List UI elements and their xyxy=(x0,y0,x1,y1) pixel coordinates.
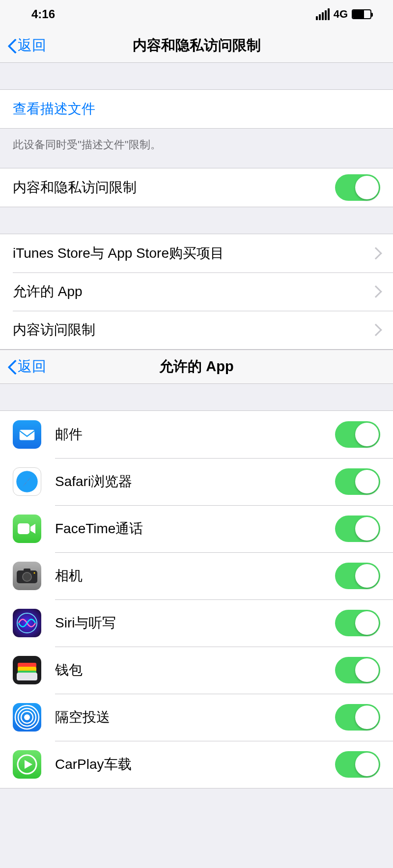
carplay-icon xyxy=(13,750,41,779)
profile-group: 查看描述文件 xyxy=(0,89,393,129)
app-row-facetime: FaceTime通话 xyxy=(0,505,393,552)
app-toggle-wallet[interactable] xyxy=(335,657,380,683)
battery-icon xyxy=(352,9,371,19)
svg-rect-0 xyxy=(20,430,34,440)
content-restrict-label: 内容访问限制 xyxy=(13,321,371,339)
app-label-wallet: 钱包 xyxy=(55,661,335,679)
page-title: 允许的 App xyxy=(0,357,393,377)
app-toggle-mail[interactable] xyxy=(335,421,380,448)
app-row-camera: 相机 xyxy=(0,552,393,599)
app-row-carplay: CarPlay车载 xyxy=(0,741,393,788)
chevron-right-icon xyxy=(369,324,382,336)
app-toggle-facetime[interactable] xyxy=(335,515,380,542)
back-button[interactable]: 返回 xyxy=(0,36,46,55)
nav-bar-allowed-apps: 返回 允许的 App xyxy=(0,350,393,384)
app-label-mail: 邮件 xyxy=(55,425,335,444)
facetime-icon xyxy=(13,515,41,543)
view-profile-label: 查看描述文件 xyxy=(13,100,95,118)
svg-rect-6 xyxy=(18,523,29,534)
status-time: 4:16 xyxy=(31,7,55,21)
content-privacy-toggle-label: 内容和隐私访问限制 xyxy=(13,178,335,197)
chevron-right-icon xyxy=(369,247,382,259)
allowed-apps-label: 允许的 App xyxy=(13,282,371,301)
siri-icon xyxy=(13,609,41,637)
app-toggle-carplay[interactable] xyxy=(335,751,380,778)
svg-rect-9 xyxy=(24,569,30,571)
content-privacy-toggle[interactable] xyxy=(335,174,380,201)
app-toggle-siri[interactable] xyxy=(335,610,380,636)
svg-rect-16 xyxy=(17,673,37,680)
app-label-facetime: FaceTime通话 xyxy=(55,519,335,538)
app-row-airdrop: 隔空投送 xyxy=(0,694,393,741)
page-title: 内容和隐私访问限制 xyxy=(0,36,393,55)
wallet-icon xyxy=(13,656,41,684)
section-spacer xyxy=(0,207,393,234)
status-bar: 4:16 4G xyxy=(0,0,393,28)
app-label-camera: 相机 xyxy=(55,567,335,585)
app-label-airdrop: 隔空投送 xyxy=(55,708,335,727)
content-privacy-toggle-row: 内容和隐私访问限制 xyxy=(0,168,393,207)
svg-marker-22 xyxy=(25,760,32,769)
chevron-left-icon xyxy=(7,359,17,375)
signal-icon xyxy=(316,8,330,20)
section-spacer xyxy=(0,384,393,410)
app-row-mail: 邮件 xyxy=(0,411,393,458)
airdrop-icon xyxy=(13,703,41,732)
mail-icon xyxy=(13,420,41,449)
svg-point-8 xyxy=(23,572,31,581)
nav-bar-content-privacy: 返回 内容和隐私访问限制 xyxy=(0,28,393,63)
app-row-siri: Siri与听写 xyxy=(0,599,393,647)
allowed-apps-row[interactable]: 允许的 App xyxy=(0,272,393,311)
itunes-purchases-label: iTunes Store与 App Store购买项目 xyxy=(13,244,371,263)
view-profile-row[interactable]: 查看描述文件 xyxy=(0,90,393,128)
content-privacy-toggle-group: 内容和隐私访问限制 xyxy=(0,168,393,207)
app-toggle-camera[interactable] xyxy=(335,563,380,589)
restrictions-links-group: iTunes Store与 App Store购买项目 允许的 App 内容访问… xyxy=(0,234,393,350)
status-right: 4G xyxy=(316,8,371,21)
section-spacer xyxy=(0,63,393,89)
svg-point-10 xyxy=(34,572,35,574)
svg-point-17 xyxy=(24,714,30,720)
profile-footer: 此设备同时受"描述文件"限制。 xyxy=(0,129,393,161)
app-label-siri: Siri与听写 xyxy=(55,614,335,632)
section-spacer xyxy=(0,161,393,168)
app-row-wallet: 钱包 xyxy=(0,647,393,694)
app-label-safari: Safari浏览器 xyxy=(55,472,335,491)
chevron-left-icon xyxy=(7,38,17,54)
app-row-safari: Safari浏览器 xyxy=(0,458,393,505)
itunes-purchases-row[interactable]: iTunes Store与 App Store购买项目 xyxy=(0,234,393,272)
app-toggle-safari[interactable] xyxy=(335,468,380,495)
network-label: 4G xyxy=(334,8,348,21)
app-label-carplay: CarPlay车载 xyxy=(55,755,335,774)
app-toggle-airdrop[interactable] xyxy=(335,704,380,731)
camera-icon xyxy=(13,562,41,590)
back-button[interactable]: 返回 xyxy=(0,357,46,377)
chevron-right-icon xyxy=(369,285,382,298)
allowed-apps-group: 邮件 Safari浏览器 FaceTime通话 相机 Siri与听写 xyxy=(0,410,393,788)
safari-icon xyxy=(13,467,41,496)
content-restrict-row[interactable]: 内容访问限制 xyxy=(0,311,393,349)
